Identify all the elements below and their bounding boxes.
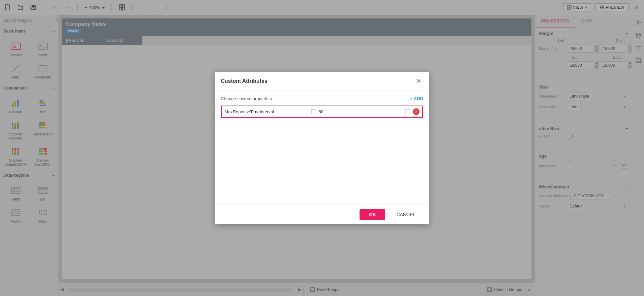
attribute-value: 60 [319, 109, 403, 114]
plus-icon: + [410, 96, 412, 101]
modal-subtitle: Change custom properties + ADD [221, 96, 423, 101]
modal-header: Custom Attributes ✕ [215, 72, 429, 91]
attribute-name-checkbox[interactable] [311, 109, 316, 114]
modal-footer: OK CANCEL [215, 204, 429, 224]
ok-button[interactable]: OK [360, 209, 385, 220]
modal-overlay: Custom Attributes ✕ Change custom proper… [0, 0, 644, 296]
attribute-delete-button[interactable]: ✕ [413, 108, 420, 115]
modal-title: Custom Attributes [221, 78, 267, 84]
attribute-value-checkbox[interactable] [405, 109, 410, 114]
attribute-row: MaxReponseTimeInterval 60 ✕ [221, 106, 423, 118]
attribute-name: MaxReponseTimeInterval [224, 109, 309, 114]
modal-close-button[interactable]: ✕ [414, 76, 423, 86]
modal-body: Change custom properties + ADD MaxRepons… [215, 91, 429, 204]
custom-attributes-modal: Custom Attributes ✕ Change custom proper… [215, 72, 429, 224]
attributes-table: MaxReponseTimeInterval 60 ✕ [221, 105, 423, 199]
add-attribute-button[interactable]: + ADD [410, 96, 423, 101]
cancel-button[interactable]: CANCEL [389, 209, 423, 220]
attributes-empty-area [221, 118, 423, 198]
modal-subtitle-text: Change custom properties [221, 96, 272, 101]
